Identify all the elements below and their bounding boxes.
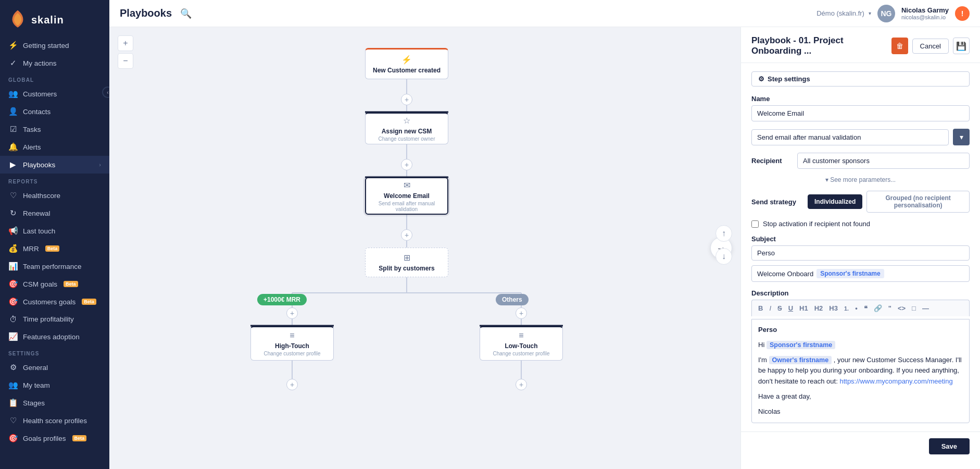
stop-activation-checkbox[interactable]	[751, 220, 759, 228]
sidebar-item-csm-goals[interactable]: 🎯 CSM goals Beta	[0, 275, 109, 293]
flow-add-btn-3[interactable]: +	[401, 229, 412, 241]
sidebar-item-general[interactable]: ⚙ General	[0, 359, 109, 376]
name-label: Name	[751, 95, 970, 103]
flow-node-split[interactable]: ⊞ Split by customers	[365, 248, 448, 277]
chevron-down-icon: ▾	[960, 133, 963, 141]
welcome-email-subtitle: Send email after manual validation	[371, 201, 442, 212]
editor-link[interactable]: https://www.mycompany.com/meeting	[839, 377, 952, 385]
description-field-group: Description B I S U H1 H2 H3 1. • ❝ 🔗 "	[751, 289, 970, 423]
sidebar-item-tasks[interactable]: ☑ Tasks	[0, 120, 109, 138]
recipient-select[interactable]: All customer sponsors	[797, 153, 970, 169]
content-area: + − → ↑ ↓	[109, 27, 980, 469]
h3-tool[interactable]: H3	[827, 303, 840, 313]
save-icon: 💾	[956, 41, 966, 51]
see-more-params-link[interactable]: ▾ See more parameters...	[751, 176, 970, 183]
mrr-badge: Beta	[45, 245, 60, 252]
sidebar-item-playbooks[interactable]: ▶ Playbooks ›	[0, 156, 109, 174]
my-actions-icon: ✓	[8, 58, 18, 68]
sidebar-item-my-team[interactable]: 👥 My team	[0, 376, 109, 394]
name-input[interactable]	[751, 105, 970, 121]
sidebar-item-goals-profiles[interactable]: 🎯 Goals profiles Beta	[0, 429, 109, 447]
blockquote-tool[interactable]: ❝	[862, 303, 870, 313]
image-tool[interactable]: □	[910, 303, 918, 313]
sidebar-item-alerts[interactable]: 🔔 Alerts	[0, 138, 109, 156]
save-top-button[interactable]: 💾	[953, 38, 970, 54]
link-tool[interactable]: 🔗	[872, 303, 884, 313]
italic-tool[interactable]: I	[767, 303, 773, 313]
user-name: Nicolas Garmy	[901, 6, 949, 14]
sidebar-item-label: Customers	[23, 90, 57, 98]
sidebar-item-getting-started[interactable]: ⚡ Getting started	[0, 36, 109, 54]
bold-tool[interactable]: B	[756, 303, 765, 313]
sidebar-item-customers[interactable]: 👥 Customers	[0, 85, 109, 103]
low-touch-icon: ≡	[519, 331, 523, 340]
sidebar-item-label: Team performance	[23, 263, 82, 270]
branch-label-green[interactable]: +1000€ MRR	[257, 294, 307, 305]
sidebar-item-last-touch[interactable]: 📢 Last touch	[0, 222, 109, 240]
sidebar-item-features-adoption[interactable]: 📈 Features adoption	[0, 328, 109, 345]
code-tool[interactable]: <>	[896, 303, 908, 313]
high-touch-title: High-Touch	[275, 342, 309, 350]
flow-add-btn-left-bottom[interactable]: +	[286, 379, 298, 390]
h1-tool[interactable]: H1	[797, 303, 810, 313]
goals-profiles-icon: 🎯	[8, 434, 18, 443]
sidebar-item-label: Health score profiles	[23, 417, 87, 425]
flow-add-btn-1[interactable]: +	[401, 94, 412, 105]
hr-tool[interactable]: —	[920, 303, 931, 313]
quote-tool[interactable]: "	[886, 303, 894, 313]
underline-tool[interactable]: U	[786, 303, 795, 313]
search-button[interactable]: 🔍	[178, 6, 194, 21]
flow-add-btn-left[interactable]: +	[286, 307, 298, 319]
sidebar-item-healthscore[interactable]: ♡ Healthscore	[0, 187, 109, 204]
cancel-button[interactable]: Cancel	[912, 39, 949, 54]
subject-field[interactable]: Perso	[751, 245, 970, 261]
sidebar-item-customers-goals[interactable]: 🎯 Customers goals Beta	[0, 293, 109, 311]
flow-add-btn-2[interactable]: +	[401, 159, 412, 170]
sidebar-item-stages[interactable]: 📋 Stages	[0, 394, 109, 412]
strikethrough-tool[interactable]: S	[775, 303, 784, 313]
subject-with-tag[interactable]: Welcome Onboard Sponsor's firstname	[751, 265, 970, 282]
sidebar-item-health-score-profiles[interactable]: ♡ Health score profiles	[0, 412, 109, 429]
assign-csm-icon: ☆	[403, 116, 410, 126]
health-score-profiles-icon: ♡	[8, 416, 18, 425]
flow-node-high-touch[interactable]: ≡ High-Touch Change customer profile	[250, 326, 334, 361]
section-settings-label: SETTINGS	[0, 345, 109, 359]
flow-node-welcome-email[interactable]: ✉ Welcome Email Send email after manual …	[365, 177, 448, 215]
branch-label-gray[interactable]: Others	[496, 294, 529, 305]
flow-node-trigger[interactable]: ⚡ New Customer created	[365, 48, 448, 79]
sidebar-item-contacts[interactable]: 👤 Contacts	[0, 103, 109, 120]
save-button[interactable]: Save	[929, 438, 970, 454]
notification-badge[interactable]: !	[955, 6, 970, 21]
demo-selector[interactable]: Démo (skalin.fr) ▾	[816, 9, 871, 17]
avatar[interactable]: NG	[877, 5, 895, 22]
canvas-area[interactable]: + − → ↑ ↓	[109, 27, 740, 469]
topbar-right: Démo (skalin.fr) ▾ NG Nicolas Garmy nico…	[816, 5, 970, 22]
flow-add-btn-right-bottom[interactable]: +	[516, 379, 527, 390]
step-settings-tab[interactable]: ⚙ Step settings	[751, 71, 970, 87]
sidebar-item-mrr[interactable]: 💰 MRR Beta	[0, 240, 109, 257]
unordered-list-tool[interactable]: •	[853, 303, 860, 313]
split-title: Split by customers	[379, 265, 434, 272]
editor-hi: Hi	[758, 341, 764, 349]
h2-tool[interactable]: H2	[812, 303, 825, 313]
strategy-grouped-btn[interactable]: Grouped (no recipient personalisation)	[866, 191, 970, 213]
flow-inner: ⚡ New Customer created + ☆ Assign new CS…	[201, 27, 649, 469]
getting-started-icon: ⚡	[8, 41, 18, 50]
flow-node-low-touch[interactable]: ≡ Low-Touch Change customer profile	[480, 326, 563, 361]
strategy-individualized-btn[interactable]: Individualized	[808, 194, 862, 209]
ordered-list-tool[interactable]: 1.	[842, 304, 851, 313]
flow-add-btn-right[interactable]: +	[516, 307, 527, 319]
sidebar-item-time-profitability[interactable]: ⏱ Time profitability	[0, 311, 109, 328]
sidebar-item-my-actions[interactable]: ✓ My actions	[0, 54, 109, 72]
subject-prefix: Welcome Onboard	[757, 270, 813, 278]
action-dropdown-btn[interactable]: ▾	[953, 129, 970, 145]
flow-node-assign-csm[interactable]: ☆ Assign new CSM Change customer owner	[365, 112, 448, 144]
panel-header: Playbook - 01. Project Onboarding ... 🗑 …	[741, 27, 980, 63]
action-select[interactable]: Send email after manual validation	[751, 129, 949, 145]
sidebar-item-renewal[interactable]: ↻ Renewal	[0, 204, 109, 222]
editor-content[interactable]: Perso Hi Sponsor's firstname I'm Owner's…	[751, 319, 970, 423]
delete-button[interactable]: 🗑	[891, 38, 908, 54]
last-touch-icon: 📢	[8, 226, 18, 236]
sidebar-item-team-performance[interactable]: 📊 Team performance	[0, 257, 109, 275]
flow-container: ⚡ New Customer created + ☆ Assign new CS…	[109, 27, 740, 469]
